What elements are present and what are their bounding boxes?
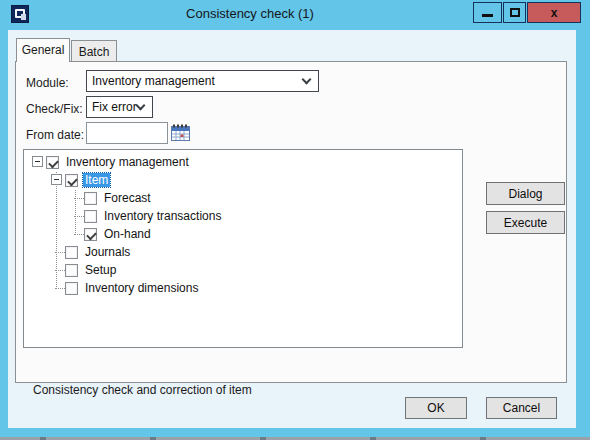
tree-item-label[interactable]: Inventory management	[64, 155, 191, 169]
tree-item-setup[interactable]: Setup	[24, 261, 462, 279]
tree-connector	[51, 279, 65, 297]
tree-connector	[70, 225, 84, 243]
tree-item-label[interactable]: Journals	[83, 245, 132, 259]
module-label: Module:	[26, 76, 69, 90]
check-fix-label: Check/Fix:	[26, 102, 83, 116]
screen: Consistency check (1) x General Batch Mo…	[0, 0, 601, 440]
collapse-icon[interactable]	[51, 174, 62, 185]
tree-connector	[70, 189, 84, 207]
collapse-icon[interactable]	[32, 156, 43, 167]
tree-item-journals[interactable]: Journals	[24, 243, 462, 261]
execute-button[interactable]: Execute	[486, 211, 565, 234]
tree-expander[interactable]	[32, 153, 46, 171]
app-icon[interactable]	[11, 5, 29, 23]
tree-item-label[interactable]: Setup	[83, 263, 118, 277]
tree-item-item[interactable]: Item	[24, 171, 462, 189]
chevron-down-icon	[136, 100, 146, 110]
checkbox-checked[interactable]	[46, 156, 59, 169]
calendar-icon[interactable]	[171, 124, 190, 141]
checkbox-checked[interactable]	[84, 228, 97, 241]
checkbox-unchecked[interactable]	[65, 282, 78, 295]
close-icon: x	[551, 6, 558, 20]
tree-item-label[interactable]: Inventory transactions	[102, 209, 223, 223]
maximize-icon	[510, 8, 520, 17]
module-dropdown[interactable]: Inventory management	[86, 70, 319, 92]
titlebar: Consistency check (1) x	[0, 0, 590, 30]
minimize-icon	[482, 14, 493, 17]
cancel-button[interactable]: Cancel	[486, 397, 557, 419]
tree-connector	[51, 261, 65, 279]
tree-item-inventory-transactions[interactable]: Inventory transactions	[24, 207, 462, 225]
tab-general[interactable]: General	[16, 38, 70, 62]
dialog-button[interactable]: Dialog	[486, 182, 565, 205]
window-title: Consistency check (1)	[40, 6, 460, 21]
tree-item-label[interactable]: On-hand	[102, 227, 153, 241]
tree-item-on-hand[interactable]: On-hand	[24, 225, 462, 243]
module-value: Inventory management	[87, 74, 303, 88]
tree-item-label[interactable]: Inventory dimensions	[83, 281, 200, 295]
tree-item-label[interactable]: Forecast	[102, 191, 153, 205]
tree-item-label-selected[interactable]: Item	[83, 173, 110, 187]
tree-item-forecast[interactable]: Forecast	[24, 189, 462, 207]
minimize-button[interactable]	[473, 2, 502, 23]
check-fix-dropdown[interactable]: Fix error	[86, 96, 153, 118]
status-help-text: Consistency check and correction of item	[33, 383, 252, 397]
tab-batch[interactable]: Batch	[71, 40, 117, 62]
close-button[interactable]: x	[527, 2, 581, 23]
checkbox-unchecked[interactable]	[65, 246, 78, 259]
checkbox-unchecked[interactable]	[65, 264, 78, 277]
checkbox-unchecked[interactable]	[84, 210, 97, 223]
tree-item-inventory-management[interactable]: Inventory management	[24, 153, 462, 171]
from-date-input[interactable]	[86, 122, 168, 144]
dialog-client-area: General Batch Module: Check/Fix: From da…	[8, 30, 576, 428]
ok-button[interactable]: OK	[405, 397, 467, 419]
chevron-down-icon	[302, 74, 312, 84]
tab-page-general: Module: Check/Fix: From date: Inventory …	[15, 61, 567, 383]
consistency-tree[interactable]: Inventory management Item Forecast	[23, 149, 463, 348]
maximize-button[interactable]	[503, 2, 526, 23]
tree-connector	[51, 243, 65, 261]
tree-item-inventory-dimensions[interactable]: Inventory dimensions	[24, 279, 462, 297]
checkbox-unchecked[interactable]	[84, 192, 97, 205]
tree-connector	[70, 207, 84, 225]
check-fix-value: Fix error	[87, 100, 137, 114]
from-date-label: From date:	[26, 128, 84, 142]
checkbox-checked[interactable]	[65, 174, 78, 187]
tree-expander[interactable]	[51, 171, 65, 189]
dialog-window: Consistency check (1) x General Batch Mo…	[0, 0, 590, 437]
